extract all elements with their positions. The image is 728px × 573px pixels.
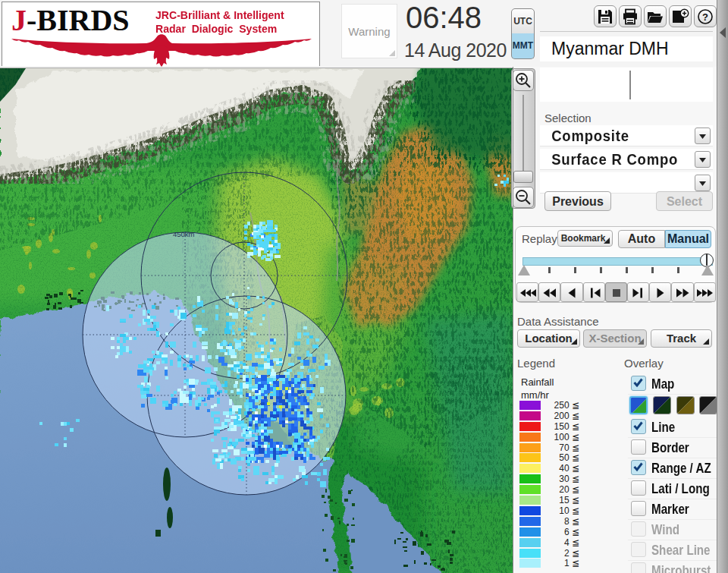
svg-text:450km: 450km [173,230,195,238]
